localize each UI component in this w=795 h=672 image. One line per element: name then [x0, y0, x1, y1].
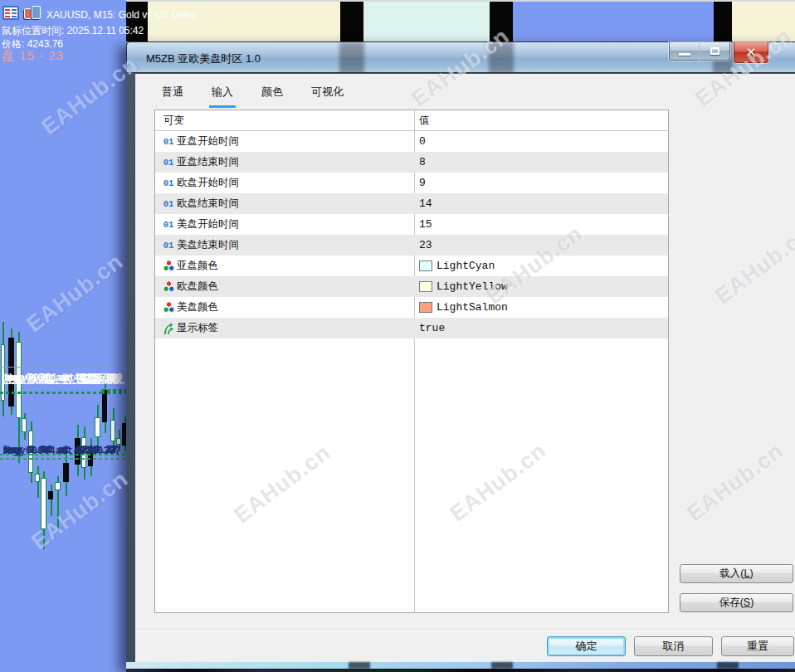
close-icon: ✕	[746, 45, 757, 60]
param-value: 8	[419, 156, 426, 168]
integer-type-icon: 01	[163, 137, 174, 147]
param-name-cell: 01亚盘结束时间	[155, 152, 414, 173]
param-label: 亚盘开始时间	[177, 134, 239, 149]
candle-body	[41, 478, 46, 529]
param-row[interactable]: 显示标签true	[155, 318, 668, 338]
color-type-icon	[163, 260, 175, 272]
param-value-cell[interactable]: 14	[415, 193, 668, 214]
param-name-cell: 01欧盘开始时间	[155, 173, 414, 193]
color-type-icon	[163, 301, 175, 314]
candle-body	[116, 438, 121, 445]
param-label: 欧盘结束时间	[177, 197, 239, 211]
color-swatch	[419, 302, 432, 313]
param-name-cell: 01美盘结束时间	[155, 235, 414, 256]
candle-body	[48, 491, 53, 499]
param-label: 欧盘颜色	[177, 280, 218, 294]
param-label: 显示标签	[177, 321, 218, 335]
tab-common[interactable]: 普通	[160, 80, 185, 105]
param-value: 15	[419, 218, 432, 231]
param-value-cell[interactable]: 9	[415, 173, 668, 193]
integer-type-icon: 01	[163, 178, 174, 188]
reset-button[interactable]: 重置	[721, 636, 794, 656]
dashed-level-line	[0, 392, 101, 394]
param-row[interactable]: 01欧盘结束时间14	[155, 193, 668, 214]
tab-visualization[interactable]: 可视化	[310, 80, 345, 105]
param-row[interactable]: 亚盘颜色LightCyan	[155, 256, 668, 276]
tab-inputs[interactable]: 输入	[210, 80, 235, 105]
session-band	[732, 2, 795, 41]
chart-bottom-strip	[126, 669, 795, 672]
table-rows: 01亚盘开始时间001亚盘结束时间801欧盘开始时间901欧盘结束时间1401美…	[155, 131, 668, 338]
separator-line	[0, 367, 133, 368]
param-label: 美盘开始时间	[177, 217, 239, 231]
close-button[interactable]: ✕	[734, 42, 768, 63]
one-click-trading-icon[interactable]	[24, 6, 41, 20]
param-row[interactable]: 01美盘开始时间15	[155, 214, 668, 235]
param-row[interactable]: 01美盘结束时间23	[155, 235, 668, 256]
param-type-icon: 01	[160, 220, 177, 230]
param-value: 23	[419, 239, 432, 251]
param-value-cell[interactable]: 8	[415, 152, 668, 173]
param-value-cell[interactable]: 23	[415, 235, 668, 256]
param-value-cell[interactable]: 0	[415, 131, 668, 152]
param-type-icon	[160, 280, 177, 293]
footer-separator	[136, 629, 795, 630]
param-label: 亚盘颜色	[177, 259, 218, 273]
window-controls: ✕	[669, 42, 768, 63]
color-swatch	[419, 281, 432, 292]
param-name-cell: 01欧盘结束时间	[155, 193, 414, 214]
tab-colors[interactable]: 颜色	[260, 80, 285, 105]
param-value-cell[interactable]: LightSalmon	[415, 297, 668, 318]
param-type-icon: 01	[160, 241, 177, 251]
dialog-bottom-frame	[126, 662, 795, 669]
param-name-cell: 美盘颜色	[155, 297, 414, 318]
param-type-icon	[160, 301, 177, 314]
param-value-cell[interactable]: LightYellow	[415, 276, 668, 297]
mouse-time-label: 鼠标位置时间: 2025.12.11 05:42	[2, 24, 144, 37]
param-row[interactable]: 01亚盘开始时间0	[155, 131, 668, 152]
glass-shadow	[717, 662, 739, 669]
bool-type-icon	[162, 322, 175, 335]
param-value-cell[interactable]: 15	[415, 214, 668, 235]
param-value-cell[interactable]: LightCyan	[415, 256, 668, 276]
button-label: 保存(S)	[719, 596, 754, 610]
param-row[interactable]: 01亚盘结束时间8	[155, 152, 668, 173]
maximize-button[interactable]	[700, 42, 730, 61]
param-row[interactable]: 欧盘颜色LightYellow	[155, 276, 668, 297]
candle-body	[55, 482, 61, 490]
ok-button[interactable]: 确定	[547, 636, 626, 656]
session-band	[490, 2, 513, 41]
param-type-icon: 01	[160, 158, 177, 168]
load-button[interactable]: 载入(L)	[680, 564, 793, 583]
color-swatch	[419, 261, 432, 271]
param-row[interactable]: 美盘颜色LightSalmon	[155, 297, 668, 318]
param-name-cell: 01美盘开始时间	[155, 214, 414, 235]
minimize-button[interactable]	[669, 42, 700, 61]
candle-wick	[37, 466, 39, 498]
candle-body	[22, 418, 27, 432]
session-band	[363, 2, 490, 41]
market-depth-icon[interactable]	[2, 6, 19, 20]
param-value: LightCyan	[437, 260, 495, 272]
candle-wick	[51, 485, 52, 516]
minimize-icon	[679, 53, 690, 56]
parameters-table[interactable]: 可变 值 01亚盘开始时间001亚盘结束时间801欧盘开始时间901欧盘结束时间…	[154, 110, 669, 613]
param-value: true	[419, 322, 445, 334]
save-button[interactable]: 保存(S)	[680, 593, 793, 612]
session-band	[340, 2, 363, 41]
cancel-button[interactable]: 取消	[634, 636, 713, 656]
param-row[interactable]: 01欧盘开始时间9	[155, 173, 668, 193]
session-band	[714, 2, 732, 41]
order-label: buy 0.04 at 4210.37	[3, 445, 128, 456]
integer-type-icon: 01	[163, 241, 174, 251]
chart-symbol-label: XAUUSD, M15: Gold vs US Dollar	[46, 8, 198, 22]
dashed-level-line	[0, 458, 133, 460]
candle-body	[35, 474, 40, 482]
param-type-icon	[160, 260, 177, 272]
candle-body	[110, 420, 115, 441]
param-label: 亚盘结束时间	[177, 155, 239, 169]
candle-body	[95, 417, 100, 437]
glass-shadow	[339, 42, 364, 73]
glass-shadow	[349, 662, 370, 669]
param-value-cell[interactable]: true	[415, 318, 668, 338]
